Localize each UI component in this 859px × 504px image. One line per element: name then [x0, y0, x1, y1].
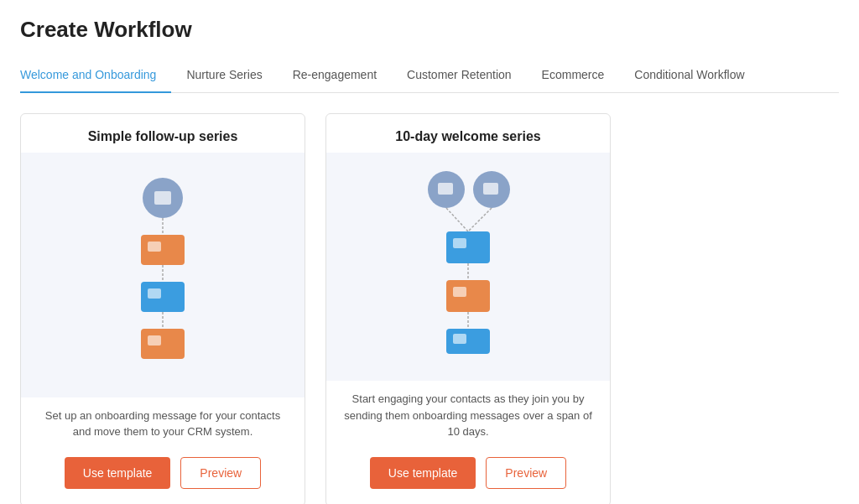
use-template-button-2[interactable]: Use template — [370, 457, 476, 489]
svg-rect-1 — [154, 191, 171, 205]
svg-rect-24 — [446, 329, 490, 354]
card-10-day-welcome-title: 10-day welcome series — [326, 114, 610, 153]
page-title: Create Workflow — [20, 17, 839, 43]
svg-rect-25 — [453, 334, 466, 344]
preview-button-2[interactable]: Preview — [486, 457, 566, 489]
10-day-welcome-svg — [401, 166, 535, 367]
tab-welcome-and-onboarding[interactable]: Welcome and Onboarding — [20, 60, 171, 93]
card-simple-follow-up: Simple follow-up series — [20, 113, 305, 504]
card-10-day-welcome-description: Start engaging your contacts as they joi… — [326, 381, 610, 447]
svg-rect-10 — [141, 329, 185, 359]
svg-rect-4 — [141, 235, 185, 265]
tabs-container: Welcome and Onboarding Nurture Series Re… — [20, 60, 839, 93]
tab-conditional-workflow[interactable]: Conditional Workflow — [619, 60, 759, 93]
svg-rect-15 — [483, 183, 498, 195]
card-simple-follow-up-description: Set up an onboarding message for your co… — [21, 397, 305, 447]
svg-rect-11 — [148, 335, 161, 346]
tab-ecommerce[interactable]: Ecommerce — [527, 60, 620, 93]
svg-line-17 — [468, 208, 492, 231]
card-10-day-welcome-actions: Use template Preview — [326, 447, 610, 505]
svg-rect-18 — [446, 231, 490, 263]
card-simple-follow-up-actions: Use template Preview — [21, 447, 305, 505]
tab-re-engagement[interactable]: Re-engagement — [278, 60, 392, 93]
card-10-day-welcome: 10-day welcome series — [325, 113, 611, 504]
svg-rect-8 — [148, 288, 161, 299]
page-container: Create Workflow Welcome and Onboarding N… — [0, 0, 859, 504]
preview-button-1[interactable]: Preview — [180, 457, 261, 489]
tab-nurture-series[interactable]: Nurture Series — [171, 60, 277, 93]
tab-customer-retention[interactable]: Customer Retention — [392, 60, 527, 93]
svg-rect-19 — [453, 238, 466, 248]
svg-line-16 — [446, 208, 468, 231]
svg-rect-21 — [446, 280, 490, 312]
simple-follow-up-svg — [121, 174, 205, 376]
svg-rect-5 — [148, 242, 161, 252]
card-10-day-welcome-diagram — [326, 153, 610, 381]
card-simple-follow-up-diagram — [21, 153, 305, 397]
svg-rect-13 — [438, 183, 453, 195]
use-template-button-1[interactable]: Use template — [65, 457, 170, 489]
card-simple-follow-up-title: Simple follow-up series — [21, 114, 305, 153]
svg-rect-7 — [141, 282, 185, 312]
cards-container: Simple follow-up series — [20, 113, 839, 504]
svg-rect-22 — [453, 287, 466, 297]
